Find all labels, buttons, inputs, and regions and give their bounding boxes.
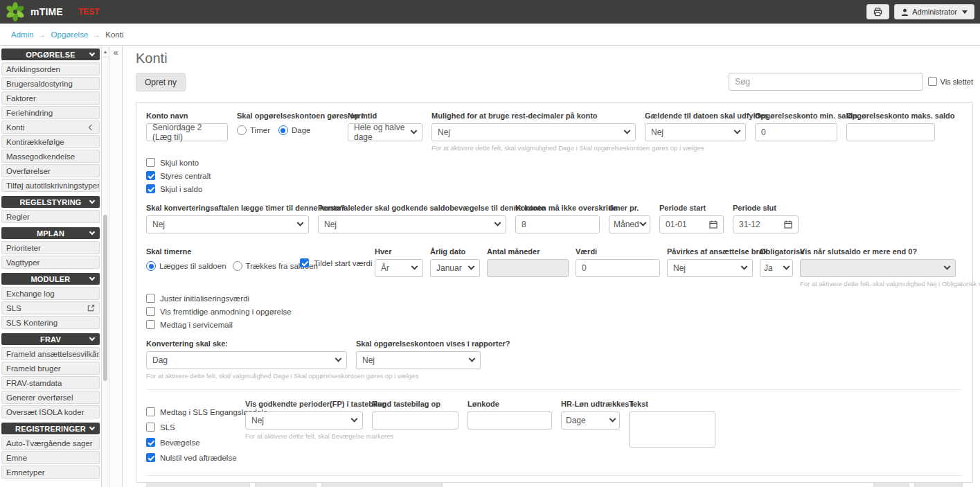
checkbox-medtag-servicemail[interactable]: Medtag i servicemail: [146, 318, 963, 331]
checkbox-icon: [146, 320, 155, 329]
obligatorisk-select[interactable]: Ja: [760, 259, 793, 277]
normtid-select[interactable]: Hele og halve dage: [348, 123, 422, 141]
periode-slut-input[interactable]: 31-12: [733, 215, 799, 233]
antal-maaneder-label: Antal måneder: [487, 247, 569, 256]
breadcrumb-admin[interactable]: Admin: [11, 30, 34, 39]
konvertering-select[interactable]: Dag: [146, 351, 347, 369]
checkbox-skjul-konto[interactable]: Skjul konto: [146, 156, 963, 169]
select-auto-accrual-button[interactable]: Vælg automatisk tilskrivning: [321, 482, 443, 487]
show-deleted-toggle[interactable]: Vis slettet: [928, 77, 974, 86]
gaeldende-til-select[interactable]: Nej: [645, 123, 746, 141]
checkbox-skjul-i-saldo[interactable]: Skjul i saldo: [146, 182, 963, 195]
sidebar-item-prioriteter[interactable]: Prioriteter: [1, 241, 100, 254]
sidebar-item-konti[interactable]: Konti: [1, 121, 100, 134]
konverteringsaftale-select[interactable]: Nej: [146, 215, 309, 233]
sidebar-section-mplan[interactable]: MPLAN: [1, 227, 100, 239]
sidebar-item-emnetyper[interactable]: Emnetyper: [1, 466, 100, 479]
paavirkes-broek-select[interactable]: Nej: [667, 259, 753, 277]
radio-timer[interactable]: Timer: [237, 125, 270, 135]
sidebar-item-emne[interactable]: Emne: [1, 451, 100, 464]
hver-select[interactable]: År: [375, 259, 423, 277]
sidebar-item-auto-tv-rg-ende-sager[interactable]: Auto-Tværgående sager: [1, 436, 100, 450]
select-employment-terms-button[interactable]: Vælg ansættelsesvilkår: [146, 482, 250, 487]
konto-navn-input[interactable]: Seniordage 2 (Læg til): [146, 123, 228, 141]
sidebar-section-frav[interactable]: FRAV: [1, 333, 100, 345]
save-button[interactable]: Gem: [873, 482, 909, 487]
sidebar-item-sls-kontering[interactable]: SLS Kontering: [1, 316, 100, 329]
sidebar-section-regelstyring[interactable]: REGELSTYRING: [1, 196, 100, 208]
loenkode-input[interactable]: [467, 411, 552, 430]
search-input[interactable]: [729, 73, 923, 91]
select-subject-button[interactable]: Vælg Emne: [255, 482, 317, 487]
maks-saldo-input[interactable]: [846, 123, 935, 141]
cancel-button[interactable]: Annuller: [914, 482, 963, 487]
sidebar-section-registreringer[interactable]: REGISTRERINGER: [1, 423, 100, 434]
konto-navn-label: Konto navn: [146, 112, 228, 120]
sidebar-item-massegodkendelse[interactable]: Massegodkendelse: [1, 150, 100, 163]
footer-divider: [146, 475, 963, 476]
checkbox-vis-fremtidige[interactable]: Vis fremtidige anmodning i opgørelse: [146, 305, 963, 318]
checkbox-bevaegelse[interactable]: Bevægelse: [146, 436, 236, 449]
field-gaeldende-til: Gældende til datoen skal udfyldes Nej: [645, 112, 746, 141]
field-gores-op-i: Skal opgørelseskontoen gøres op i Timer …: [237, 112, 339, 135]
sidebar-item-exchange-log[interactable]: Exchange log: [1, 287, 100, 300]
rund-tastebilag-input[interactable]: [372, 411, 458, 430]
aarlig-dato-select[interactable]: Januar: [430, 259, 480, 277]
sidebar-item-vagttyper[interactable]: Vagttyper: [1, 256, 100, 269]
sidebar-item-frameld-ans-ttelsesvilk-r[interactable]: Frameld ansættelsesvilkår: [1, 347, 100, 360]
timer-pr-select[interactable]: Måned: [609, 215, 650, 233]
user-menu-button[interactable]: Administrator: [894, 4, 974, 19]
periode-start-input[interactable]: 01-01: [659, 215, 724, 233]
sidebar-item-overs-t-isola-koder[interactable]: Oversæt ISOLA koder: [1, 405, 100, 418]
sidebar-collapse-strip[interactable]: «: [109, 46, 123, 487]
chevron-left-icon: [89, 125, 94, 130]
field-paavirkes-broek: Påvirkes af ansættelse brøk Nej: [667, 247, 753, 277]
checkbox-icon: [300, 258, 309, 267]
sidebar-section-moduler[interactable]: MODULER: [1, 273, 100, 285]
sidebar-item-feriehindring[interactable]: Feriehindring: [1, 106, 100, 119]
radio-laegges-til-saldoen[interactable]: Lægges til saldoen: [146, 261, 226, 271]
vis-slutsaldo-label: Vis når slutsaldo er mere end 0?: [800, 247, 956, 256]
radio-dage[interactable]: Dage: [278, 125, 311, 135]
sidebar-item-regler[interactable]: Regler: [1, 210, 100, 223]
checkbox-nulstil[interactable]: Nulstil ved aftrædelse: [146, 451, 236, 464]
scrollbar-thumb[interactable]: [103, 215, 107, 381]
personaleleder-select[interactable]: Nej: [318, 215, 506, 233]
hr-loen-select[interactable]: Dage: [561, 411, 620, 430]
checkbox-sls[interactable]: SLS: [146, 420, 236, 434]
print-button[interactable]: [866, 4, 889, 19]
field-sls-checkboxes: Medtag i SLS Engangsløndele SLS Bevægels…: [146, 400, 236, 464]
sidebar-item-frav-stamdata[interactable]: FRAV-stamdata: [1, 376, 100, 389]
sidebar-item-faktorer[interactable]: Faktorer: [1, 91, 100, 105]
sidebar-item-generer-overf-rsel[interactable]: Generer overførsel: [1, 391, 100, 404]
rest-decimaler-helper: For at aktivere dette felt, skal valgmul…: [431, 144, 636, 152]
min-saldo-input[interactable]: 0: [755, 123, 837, 141]
godkendte-perioder-select[interactable]: Nej: [245, 411, 363, 430]
sidebar-scrollbar[interactable]: ▲: [101, 46, 109, 487]
checkbox-icon: [146, 423, 155, 432]
checkbox-tildel-start-vaerdi[interactable]: Tildel start værdi: [300, 256, 368, 269]
rest-decimaler-select[interactable]: Nej: [431, 123, 636, 141]
breadcrumb-opgoerelse[interactable]: Opgørelse: [51, 30, 89, 39]
overskride-input[interactable]: 8: [515, 215, 600, 233]
sidebar-item-overf-relser[interactable]: Overførelser: [1, 164, 100, 177]
sidebar-item-brugersaldostyring[interactable]: Brugersaldostyring: [1, 77, 100, 90]
user-icon: [901, 8, 909, 16]
create-new-button[interactable]: Opret ny: [136, 73, 186, 91]
skal-timerne-label: Skal timerne: [146, 247, 293, 256]
checkbox-styres-centralt[interactable]: Styres centralt: [146, 169, 963, 182]
collapse-sidebar-icon[interactable]: «: [109, 46, 122, 59]
sidebar-item-tilf-j-autotilskrivningstyper[interactable]: Tilføj autotilskrivningstyper: [1, 179, 100, 192]
checkbox-medtag-sls[interactable]: Medtag i SLS Engangsløndele: [146, 405, 236, 418]
sidebar-item-frameld-bruger[interactable]: Frameld bruger: [1, 362, 100, 375]
vaerdi-input[interactable]: 0: [576, 259, 660, 277]
sidebar-section-opg-relse[interactable]: OPGØRELSE: [1, 48, 100, 60]
tekst-textarea[interactable]: [629, 411, 715, 448]
sidebar-item-afviklingsorden[interactable]: Afviklingsorden: [1, 62, 100, 76]
sidebar-item-sls[interactable]: SLS: [1, 301, 100, 315]
checkbox-juster-initialiseringsvaerdi[interactable]: Juster initialiseringsværdi: [146, 292, 963, 305]
scroll-up-icon[interactable]: ▲: [102, 46, 109, 57]
sidebar-item-kontir-kkef-lge[interactable]: Kontirækkefølge: [1, 135, 100, 148]
vises-i-rapporter-select[interactable]: Nej: [356, 351, 481, 369]
chevron-down-icon: [89, 425, 95, 430]
